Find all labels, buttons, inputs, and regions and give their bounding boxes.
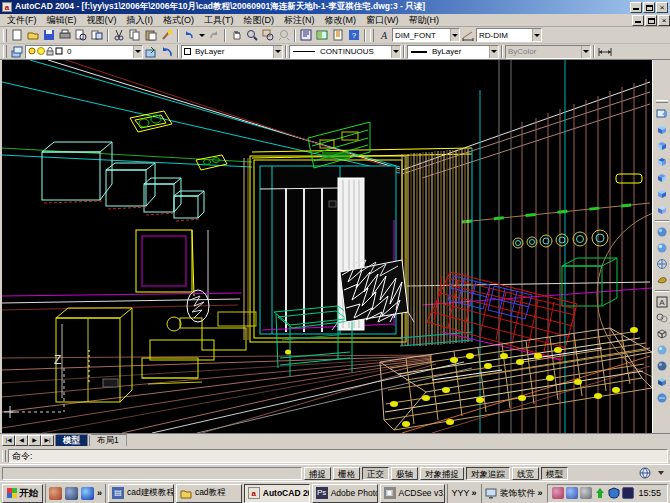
quick-launch-icon-2[interactable] [65, 487, 78, 500]
render-button[interactable] [654, 272, 670, 288]
tab-layout1[interactable]: 布局1 [89, 434, 127, 446]
grid-toggle[interactable]: 栅格 [333, 467, 360, 480]
layer-combo[interactable]: 0 [25, 45, 143, 59]
close-button[interactable]: × [656, 2, 668, 13]
plot-button[interactable] [57, 28, 73, 43]
tray-icon-shield[interactable] [608, 487, 620, 499]
status-bar-menu-arrow[interactable] [654, 467, 668, 480]
color-dropdown-arrow[interactable] [273, 46, 282, 58]
redo-button[interactable] [206, 28, 222, 43]
menu-edit[interactable]: 编辑(E) [42, 14, 82, 26]
lineweight-toggle[interactable]: 线宽 [512, 467, 539, 480]
task-cad-tutorial-folder[interactable]: cad教程 [176, 484, 242, 503]
layers-toolbar-grip[interactable] [3, 45, 7, 58]
front-view-button[interactable] [654, 186, 670, 202]
named-views-button[interactable] [654, 106, 670, 122]
taskbar-clock[interactable]: 15:55 [636, 488, 663, 498]
model-toggle[interactable]: 模型 [541, 467, 568, 480]
menu-draw[interactable]: 绘图(D) [239, 14, 280, 26]
tab-model[interactable]: 模型 [55, 434, 88, 446]
materials-button[interactable] [654, 310, 670, 326]
quick-launch-icon-1[interactable] [49, 487, 62, 500]
quick-launch-chevron[interactable]: » [97, 488, 102, 498]
lineweight-dropdown-arrow[interactable] [489, 46, 498, 58]
paste-button[interactable] [143, 28, 159, 43]
menu-modify[interactable]: 修改(M) [320, 14, 362, 26]
save-button[interactable] [41, 28, 57, 43]
zoom-previous-button[interactable] [276, 28, 292, 43]
help-button[interactable]: ? [346, 28, 362, 43]
sw-isometric-button[interactable] [654, 202, 670, 218]
pan-button[interactable] [228, 28, 244, 43]
match-properties-button[interactable] [159, 28, 175, 43]
minimize-button[interactable] [630, 2, 642, 13]
tray-icon-1[interactable] [552, 487, 564, 499]
cut-button[interactable] [111, 28, 127, 43]
task-cad-modeling-tutorial[interactable]: ▤ cad建模教程... [108, 484, 174, 503]
restore-button[interactable] [643, 2, 655, 13]
start-button[interactable]: 开始 [2, 484, 43, 503]
drawing-canvas[interactable]: Z [2, 60, 652, 433]
menu-view[interactable]: 视图(V) [82, 14, 122, 26]
quick-launch-icon-3[interactable] [81, 487, 94, 500]
new-button[interactable] [9, 28, 25, 43]
tray-icon-3[interactable] [580, 487, 592, 499]
task-acdsee[interactable]: ▣ ACDSee v3.1... [380, 484, 446, 503]
layer-manager-button[interactable] [9, 44, 25, 59]
dim-style-dropdown-arrow[interactable] [532, 29, 541, 41]
linear-dimension-button[interactable] [597, 44, 613, 59]
menu-insert[interactable]: 插入(I) [122, 14, 159, 26]
zoom-realtime-button[interactable] [244, 28, 260, 43]
shade-3d-button[interactable] [654, 240, 670, 256]
toolbar-grip[interactable] [3, 29, 7, 42]
right-toolbar-grip[interactable] [656, 100, 668, 103]
linetype-dropdown-arrow[interactable] [391, 46, 400, 58]
tab-nav-last[interactable]: ▶| [41, 435, 54, 446]
top-view-button[interactable] [654, 122, 670, 138]
landscape-button[interactable] [654, 374, 670, 390]
otrack-toggle[interactable]: 对象追踪 [466, 467, 510, 480]
doc-restore-button[interactable] [645, 15, 657, 26]
make-layer-current-button[interactable] [143, 44, 159, 59]
task-photoshop[interactable]: Ps Adobe Photo... [312, 484, 378, 503]
tool-palettes-button[interactable] [330, 28, 346, 43]
menu-format[interactable]: 格式(O) [158, 14, 199, 26]
polar-toggle[interactable]: 极轴 [391, 467, 418, 480]
open-button[interactable] [25, 28, 41, 43]
tab-nav-next[interactable]: ▶ [28, 435, 41, 446]
taskbar-toolbar-yyy[interactable]: YYY » [447, 484, 479, 503]
zoom-window-button[interactable] [260, 28, 276, 43]
command-line-grip[interactable] [2, 450, 6, 462]
communication-center-icon[interactable] [638, 467, 652, 480]
styles-toolbar-grip[interactable] [370, 29, 374, 42]
tray-icon-ime[interactable] [622, 487, 634, 499]
doc-close-button[interactable]: × [658, 15, 670, 26]
menu-help[interactable]: 帮助(H) [404, 14, 445, 26]
bottom-view-button[interactable] [654, 138, 670, 154]
copy-button[interactable] [127, 28, 143, 43]
background-button[interactable] [654, 342, 670, 358]
taskbar-toolbar-decor[interactable]: 装饰软件 » [481, 484, 545, 503]
publish-button[interactable] [89, 28, 105, 43]
menu-tools[interactable]: 工具(T) [199, 14, 239, 26]
lights-button[interactable]: A [654, 294, 670, 310]
designcenter-button[interactable] [314, 28, 330, 43]
tab-nav-prev[interactable]: ◀ [15, 435, 28, 446]
text-style-combo[interactable]: DIM_FONT [392, 28, 460, 42]
properties-button[interactable] [298, 28, 314, 43]
snap-toggle[interactable]: 捕捉 [304, 467, 331, 480]
task-autocad[interactable]: a AutoCAD 200... [244, 484, 310, 503]
text-style-dropdown-arrow[interactable] [450, 29, 459, 41]
tray-icon-2[interactable] [566, 487, 578, 499]
command-input[interactable]: 命令: [8, 449, 668, 463]
osnap-toggle[interactable]: 对象捕捉 [420, 467, 464, 480]
ortho-toggle[interactable]: 正交 [362, 467, 389, 480]
menu-window[interactable]: 窗口(W) [361, 14, 404, 26]
tray-icon-upload[interactable] [594, 487, 606, 499]
layer-dropdown-arrow[interactable] [133, 46, 142, 58]
fog-button[interactable] [654, 358, 670, 374]
shade-hidden-button[interactable] [654, 256, 670, 272]
plot-preview-button[interactable] [73, 28, 89, 43]
color-combo[interactable]: ByLayer [181, 45, 283, 59]
render-prefs-button[interactable] [654, 390, 670, 406]
